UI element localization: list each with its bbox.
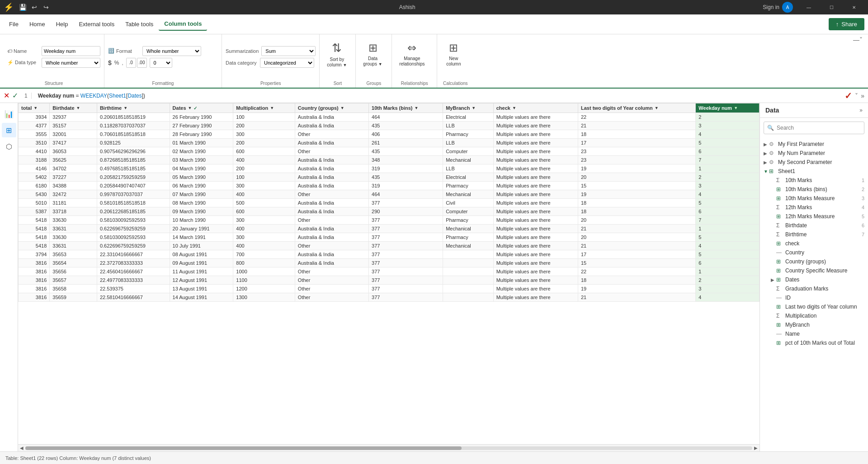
summarization-select[interactable]: Sum Average Count Min Max: [261, 46, 316, 56]
table-cell: Other: [295, 242, 368, 250]
search-input[interactable]: [764, 122, 864, 134]
col-header-birthtime[interactable]: Birthtime ▼: [97, 103, 170, 113]
ribbon-collapse-button[interactable]: —: [853, 36, 859, 43]
data-table-wrapper[interactable]: total ▼ Birthdate ▼ Birthtime ▼ Dates ▼ …: [18, 103, 760, 444]
filter-icon-check[interactable]: ▼: [512, 106, 516, 110]
tree-item-10th-marks[interactable]: Σ 10th Marks 1: [767, 176, 868, 185]
menu-table-tools[interactable]: Table tools: [120, 18, 159, 30]
col-header-mybranch[interactable]: MyBranch ▼: [443, 103, 494, 113]
tree-item-country-groups[interactable]: ⊞ Country (groups): [767, 257, 868, 266]
tree-item-birthtime[interactable]: Σ Birthtime 7: [767, 230, 868, 239]
filter-icon-multiplication[interactable]: ▼: [270, 106, 274, 110]
datacategory-select[interactable]: Uncategorized Address City Country: [260, 58, 314, 68]
filter-icon-last-two-digits[interactable]: ▼: [655, 106, 659, 110]
tree-item-id[interactable]: — ID: [767, 293, 868, 302]
filter-icon-total[interactable]: ▼: [33, 106, 38, 110]
scroll-right-button[interactable]: ▶: [754, 445, 758, 450]
maximize-button[interactable]: ☐: [821, 0, 842, 14]
tree-item-my-first-parameter[interactable]: ▶ ⚙ My First Parameter: [760, 140, 868, 149]
menu-help[interactable]: Help: [51, 18, 74, 30]
undo-icon[interactable]: ↩: [29, 2, 40, 13]
tree-item-dates[interactable]: ▶ ⊞ Dates: [767, 275, 868, 284]
scroll-left-button[interactable]: ◀: [20, 445, 24, 450]
close-button[interactable]: ✕: [844, 0, 864, 14]
tree-item-country[interactable]: — Country: [767, 248, 868, 257]
filter-icon-10thmarks-bins[interactable]: ▼: [415, 106, 419, 110]
sign-in-area[interactable]: Sign in A: [763, 2, 793, 13]
comma-button[interactable]: ,: [122, 60, 123, 66]
name-input[interactable]: [42, 46, 100, 56]
tree-item-check[interactable]: ⊞ check: [767, 239, 868, 248]
tree-item-country-specific-measure[interactable]: ⊞ Country Specific Measure: [767, 266, 868, 275]
table-icon: ⊞: [776, 277, 783, 283]
ribbon-expand-button[interactable]: ˅: [859, 36, 863, 43]
col-header-weekday-num[interactable]: Weekday num ▼: [696, 103, 760, 113]
ribbon-group-formatting: 🔢 Format Whole number Decimal Currency P…: [104, 34, 222, 88]
filter-icon-birthdate[interactable]: ▼: [76, 106, 80, 110]
table-row: 5387337180.20612268518518509 March 19906…: [19, 207, 760, 216]
table-cell: 02 March 1990: [170, 147, 233, 156]
minimize-button[interactable]: —: [798, 0, 819, 14]
ribbon-group-calculations: ⊞ Newcolumn Calculations: [437, 34, 473, 88]
table-cell: 35653: [50, 250, 97, 259]
scroll-thumb[interactable]: [25, 446, 462, 450]
menu-external-tools[interactable]: External tools: [73, 18, 120, 30]
sort-by-column-button[interactable]: ⇅ Sort bycolumn ▼: [323, 38, 350, 70]
formula-expand2-icon[interactable]: »: [861, 92, 864, 99]
datatype-select[interactable]: Whole number Decimal number Text Date: [42, 58, 100, 68]
tree-item-12th-marks-measure[interactable]: ⊞ 12th Marks Measure 5: [767, 212, 868, 221]
col-header-check[interactable]: check ▼: [493, 103, 578, 113]
new-column-button[interactable]: ⊞ Newcolumn: [441, 38, 466, 70]
tree-item-birthdate[interactable]: Σ Birthdate 6: [767, 221, 868, 230]
scroll-track[interactable]: [25, 446, 752, 450]
menu-column-tools[interactable]: Column tools: [159, 18, 207, 31]
col-header-multiplication[interactable]: Multiplication ▼: [233, 103, 295, 113]
col-header-dates[interactable]: Dates ▼ ✓: [170, 103, 233, 113]
report-view-icon[interactable]: 📊: [2, 107, 16, 121]
manage-relationships-button[interactable]: ⇔ Managerelationships: [396, 38, 428, 70]
tree-item-last-two-digits[interactable]: ⊞ Last two digits of Year column: [767, 302, 868, 311]
tree-item-name[interactable]: — Name: [767, 329, 868, 338]
tree-item-my-second-parameter[interactable]: ▶ ⚙ My Second Parameter: [760, 158, 868, 167]
col-header-last-two-digits[interactable]: Last two digits of Year column ▼: [578, 103, 696, 113]
redo-icon[interactable]: ↪: [41, 2, 52, 13]
col-header-10th-marks-bins[interactable]: 10th Marks (bins) ▼: [369, 103, 443, 113]
decimal-increase-button[interactable]: .0: [126, 58, 136, 68]
tree-item-my-num-parameter[interactable]: ▶ ⚙ My Num Parameter: [760, 149, 868, 158]
menu-home[interactable]: Home: [24, 18, 51, 30]
tree-item-pct-10th-marks[interactable]: ⊞ pct of 10th Marks out of Total: [767, 338, 868, 347]
tree-item-10th-marks-measure[interactable]: ⊞ 10th Marks Measure 3: [767, 194, 868, 203]
col-header-country-groups[interactable]: Country (groups) ▼: [295, 103, 368, 113]
dollar-button[interactable]: $: [108, 59, 112, 66]
col-header-birthdate[interactable]: Birthdate ▼: [50, 103, 97, 113]
format-select[interactable]: Whole number Decimal Currency Percentage: [142, 46, 201, 56]
horizontal-scrollbar[interactable]: ◀ ▶: [18, 444, 760, 451]
filter-icon-mybranch[interactable]: ▼: [472, 106, 476, 110]
model-view-icon[interactable]: ⬡: [2, 139, 16, 154]
filter-icon-country-groups[interactable]: ▼: [340, 106, 344, 110]
col-header-total[interactable]: total ▼: [19, 103, 50, 113]
tree-item-sheet1[interactable]: ▼ ⊞ Sheet1: [760, 167, 868, 176]
tree-item-multiplication[interactable]: Σ Multiplication: [767, 311, 868, 320]
tree-item-mybranch[interactable]: ⊞ MyBranch: [767, 320, 868, 329]
save-icon[interactable]: 💾: [17, 2, 28, 13]
filter-icon-birthtime[interactable]: ▼: [123, 106, 127, 110]
table-cell: 0.205821759259259: [97, 173, 170, 182]
data-panel-close-button[interactable]: »: [859, 107, 863, 113]
data-groups-button[interactable]: ⊞ Datagroups ▼: [359, 38, 386, 70]
percent-button[interactable]: %: [114, 60, 119, 66]
decimal-decrease-button[interactable]: .00: [137, 58, 147, 68]
table-cell: 300: [233, 233, 295, 242]
formula-expand-icon[interactable]: ˅: [855, 92, 858, 99]
data-view-icon[interactable]: ⊞: [2, 123, 16, 137]
filter-icon-weekday-num[interactable]: ▼: [734, 106, 738, 110]
filter-icon-dates[interactable]: ▼: [188, 106, 192, 110]
menu-file[interactable]: File: [4, 18, 24, 30]
formula-commit-button[interactable]: ✓: [12, 91, 18, 100]
tree-item-12th-marks[interactable]: Σ 12th Marks 4: [767, 203, 868, 212]
tree-item-graduation-marks[interactable]: Σ Graduation Marks: [767, 284, 868, 293]
decimal-value-select[interactable]: 0 1 2: [150, 58, 172, 68]
tree-item-10th-marks-bins[interactable]: ⊞ 10th Marks (bins) 2: [767, 185, 868, 194]
share-button[interactable]: ↑ Share: [829, 18, 864, 30]
formula-cancel-button[interactable]: ✕: [4, 91, 9, 100]
